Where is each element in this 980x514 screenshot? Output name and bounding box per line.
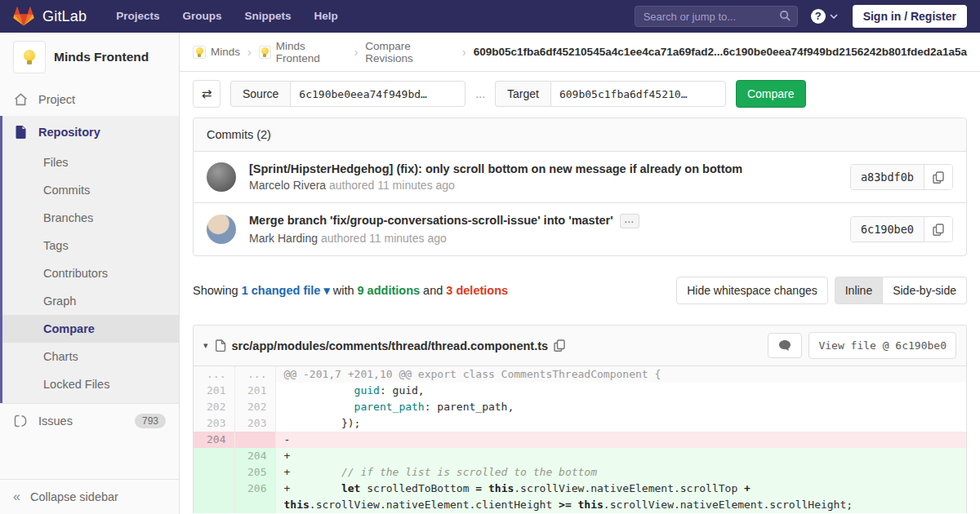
- diff-line: 203203 });: [194, 415, 966, 432]
- sidebar-item-compare[interactable]: Compare: [2, 315, 179, 343]
- search-icon: [779, 10, 791, 22]
- diff-new-line-number[interactable]: 204: [234, 448, 275, 464]
- comment-bubble-icon: [778, 339, 791, 352]
- swap-revisions-button[interactable]: ⇄: [193, 80, 220, 108]
- sidebar-item-locked-files[interactable]: Locked Files: [2, 370, 179, 398]
- diff-file-header: ▾ src/app/modules/comments/thread/thread…: [194, 326, 966, 366]
- sidebar-item-branches[interactable]: Branches: [2, 204, 179, 232]
- group-avatar: [193, 46, 206, 59]
- summary-with: with: [333, 284, 354, 297]
- nav-link-help[interactable]: Help: [303, 0, 350, 33]
- project-avatar: [13, 41, 46, 73]
- sidebar-item-files[interactable]: Files: [2, 148, 179, 176]
- issues-icon: [13, 414, 28, 428]
- commit-title-link[interactable]: Merge branch 'fix/group-conversations-sc…: [249, 214, 613, 227]
- compare-button[interactable]: Compare: [736, 80, 806, 108]
- nav-link-snippets[interactable]: Snippets: [234, 0, 303, 33]
- commit-author-link[interactable]: Marcelo Rivera: [249, 179, 326, 192]
- diff-view-toggle: Inline Side-by-side: [835, 277, 967, 304]
- issues-count-badge: 793: [135, 414, 166, 428]
- navbar-links: Projects Groups Snippets Help: [105, 0, 350, 33]
- sidebar-item-tags[interactable]: Tags: [2, 232, 179, 259]
- commit-sha-group: a83bdf0b: [850, 164, 953, 190]
- diff-new-line-number[interactable]: 206: [234, 481, 275, 513]
- sidebar-project-header[interactable]: Minds Frontend: [0, 33, 179, 83]
- commit-title-link[interactable]: [Sprint/HipsterHedgehog] (fix): only scr…: [249, 162, 837, 175]
- commit-sha[interactable]: 6c190be0: [851, 217, 924, 241]
- sidebar-repository-section: Repository FilesCommitsBranchesTagsContr…: [0, 116, 179, 403]
- search-input[interactable]: [635, 6, 798, 27]
- sidebar-item-project[interactable]: Project: [0, 83, 179, 116]
- diff-old-line-number[interactable]: 201: [194, 383, 234, 399]
- project-avatar: [259, 46, 271, 59]
- expand-commit-description-button[interactable]: ...: [620, 214, 639, 228]
- breadcrumb-compare-revisions[interactable]: Compare Revisions: [365, 40, 455, 64]
- commit-author-link[interactable]: Mark Harding: [249, 232, 318, 245]
- source-revision-input[interactable]: [290, 81, 466, 107]
- copy-icon: [933, 224, 944, 236]
- diff-line: 201201 guid: guid,: [194, 383, 966, 399]
- diff-line-code: +: [275, 448, 966, 464]
- inline-view-button[interactable]: Inline: [835, 277, 883, 304]
- diff-old-line-number[interactable]: 202: [194, 399, 234, 415]
- breadcrumb-separator: ›: [354, 46, 359, 59]
- diff-old-line-number[interactable]: ...: [194, 366, 234, 383]
- avatar[interactable]: [207, 162, 236, 192]
- diff-new-line-number[interactable]: ...: [234, 366, 275, 383]
- hide-whitespace-button[interactable]: Hide whitespace changes: [676, 277, 828, 304]
- diff-old-line-number[interactable]: 203: [194, 415, 234, 432]
- caret-down-icon: ▾: [323, 284, 329, 297]
- diff-old-line-number[interactable]: [194, 464, 234, 481]
- diff-new-line-number[interactable]: 201: [234, 383, 275, 399]
- commits-panel: Commits (2) [Sprint/HipsterHedgehog] (fi…: [193, 117, 967, 256]
- copy-sha-button[interactable]: [924, 217, 952, 241]
- copy-sha-button[interactable]: [924, 165, 952, 189]
- deletions-count: 3 deletions: [446, 284, 508, 297]
- diff-new-line-number[interactable]: 205: [234, 464, 275, 481]
- breadcrumb-minds[interactable]: Minds: [193, 46, 240, 59]
- sidebar-item-charts[interactable]: Charts: [2, 343, 179, 370]
- target-input-group: Target: [495, 81, 726, 107]
- target-revision-input[interactable]: [550, 81, 726, 107]
- diff-new-line-number[interactable]: 202: [234, 399, 275, 415]
- lightbulb-icon: [196, 47, 203, 57]
- nav-link-groups[interactable]: Groups: [172, 0, 234, 33]
- showing-prefix: Showing: [193, 284, 238, 297]
- changed-files-dropdown[interactable]: 1 changed file ▾: [242, 284, 330, 297]
- diff-file-panel: ▾ src/app/modules/comments/thread/thread…: [193, 325, 967, 513]
- breadcrumb-separator: ›: [462, 46, 466, 59]
- diff-old-line-number[interactable]: [194, 448, 234, 464]
- summary-and: and: [423, 284, 443, 297]
- diff-line-code: -: [275, 432, 966, 448]
- project-name: Minds Frontend: [54, 50, 149, 64]
- diff-old-line-number[interactable]: [194, 481, 234, 513]
- sidebar-item-repository[interactable]: Repository: [2, 116, 179, 148]
- sign-in-register-button[interactable]: Sign in / Register: [853, 5, 967, 28]
- copy-file-path-button[interactable]: [554, 339, 565, 352]
- breadcrumb-minds-frontend[interactable]: Minds Frontend: [259, 40, 347, 64]
- sidebar-item-graph[interactable]: Graph: [2, 287, 179, 315]
- diff-file-path[interactable]: src/app/modules/comments/thread/thread.c…: [232, 339, 549, 352]
- gitlab-logo[interactable]: GitLab: [13, 7, 87, 26]
- sidebar-item-label: Repository: [38, 126, 100, 139]
- copy-icon: [933, 171, 944, 184]
- toggle-comments-button[interactable]: [768, 333, 802, 358]
- sidebar-item-contributors[interactable]: Contributors: [2, 259, 179, 287]
- help-menu[interactable]: ?: [811, 9, 838, 24]
- sidebar-item-issues[interactable]: Issues 793: [0, 403, 179, 438]
- nav-link-projects[interactable]: Projects: [105, 0, 171, 33]
- diff-summary-bar: Showing 1 changed file ▾ with 9 addition…: [193, 277, 967, 304]
- revision-range-separator: ...: [475, 87, 485, 100]
- diff-old-line-number[interactable]: 204: [194, 432, 234, 448]
- diff-new-line-number[interactable]: [234, 432, 275, 448]
- side-by-side-view-button[interactable]: Side-by-side: [883, 277, 967, 304]
- view-file-button[interactable]: View file @ 6c190be0: [808, 332, 956, 359]
- avatar[interactable]: [207, 215, 236, 244]
- commit-sha[interactable]: a83bdf0b: [851, 165, 924, 189]
- diff-line: 204-: [194, 432, 966, 448]
- diff-new-line-number[interactable]: 203: [234, 415, 275, 432]
- collapse-diff-icon[interactable]: ▾: [203, 340, 208, 351]
- collapse-sidebar-button[interactable]: « Collapse sidebar: [0, 479, 179, 514]
- additions-count: 9 additions: [358, 284, 421, 297]
- sidebar-item-commits[interactable]: Commits: [2, 176, 179, 204]
